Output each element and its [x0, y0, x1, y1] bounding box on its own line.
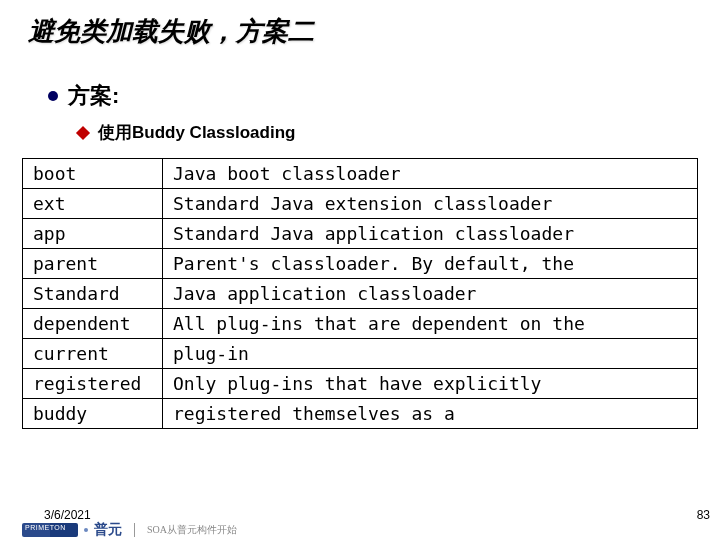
key-cell: registered [23, 369, 163, 399]
table-row: dependentAll plug-ins that are dependent… [23, 309, 698, 339]
disc-icon [48, 91, 58, 101]
key-cell: current [23, 339, 163, 369]
table-row: StandardJava application classloader [23, 279, 698, 309]
dot-icon [84, 528, 88, 532]
diamond-icon [76, 125, 90, 139]
key-cell: Standard [23, 279, 163, 309]
table-row: extStandard Java extension classloader [23, 189, 698, 219]
value-cell: Standard Java application classloader [163, 219, 698, 249]
separator-icon [134, 523, 135, 537]
slide-title: 避免类加载失败，方案二 [0, 0, 720, 49]
bullet-block: 方案: 使用Buddy Classloading [48, 81, 720, 144]
table-row: registeredOnly plug-ins that have explic… [23, 369, 698, 399]
value-cell: All plug-ins that are dependent on the [163, 309, 698, 339]
value-cell: Standard Java extension classloader [163, 189, 698, 219]
value-cell: registered themselves as a [163, 399, 698, 429]
table-row: buddyregistered themselves as a [23, 399, 698, 429]
key-cell: app [23, 219, 163, 249]
classloader-table: bootJava boot classloaderextStandard Jav… [22, 158, 698, 429]
value-cell: Only plug-ins that have explicitly [163, 369, 698, 399]
value-cell: Java boot classloader [163, 159, 698, 189]
sub-bullet-text: 使用Buddy Classloading [98, 121, 295, 144]
brand-cn: 普元 [94, 521, 122, 539]
value-cell: Java application classloader [163, 279, 698, 309]
key-cell: boot [23, 159, 163, 189]
tagline: SOA从普元构件开始 [147, 523, 237, 537]
table-row: parentParent's classloader. By default, … [23, 249, 698, 279]
key-cell: ext [23, 189, 163, 219]
bullet-text: 方案: [68, 81, 119, 111]
table-row: appStandard Java application classloader [23, 219, 698, 249]
table-row: bootJava boot classloader [23, 159, 698, 189]
page-number: 83 [697, 508, 710, 522]
key-cell: dependent [23, 309, 163, 339]
key-cell: parent [23, 249, 163, 279]
value-cell: Parent's classloader. By default, the [163, 249, 698, 279]
key-cell: buddy [23, 399, 163, 429]
table-body: bootJava boot classloaderextStandard Jav… [23, 159, 698, 429]
bullet-row: 方案: [48, 81, 720, 111]
value-cell: plug-in [163, 339, 698, 369]
primeton-logo-icon [22, 523, 78, 537]
sub-bullet-row: 使用Buddy Classloading [78, 121, 720, 144]
logo-block: 普元 SOA从普元构件开始 [22, 520, 237, 540]
table-row: currentplug-in [23, 339, 698, 369]
